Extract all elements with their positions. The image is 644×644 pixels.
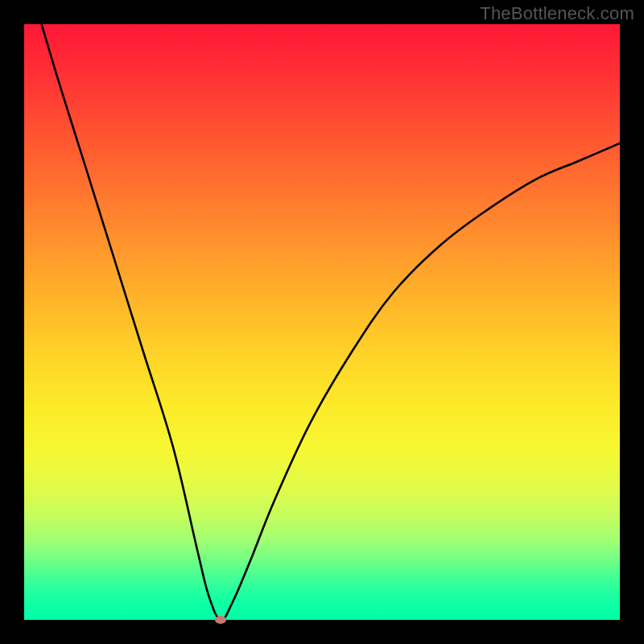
curve-svg [24, 24, 620, 620]
watermark-text: TheBottleneck.com [480, 3, 634, 24]
minimum-marker [215, 616, 226, 624]
chart-frame: TheBottleneck.com [0, 0, 644, 644]
bottleneck-curve [24, 0, 620, 620]
plot-area [24, 24, 620, 620]
